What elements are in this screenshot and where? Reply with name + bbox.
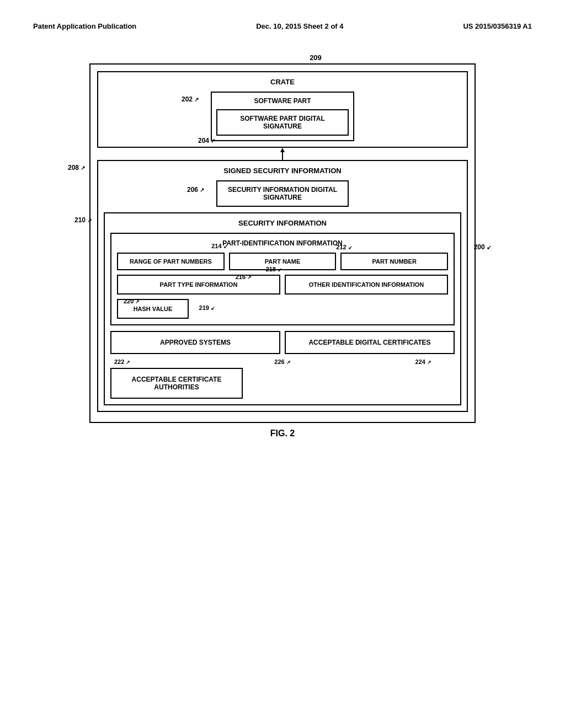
- arrow-connector: [97, 148, 468, 161]
- ref-209-label: 209: [310, 53, 322, 62]
- signed-security-info-title: SIGNED SECURITY INFORMATION: [104, 167, 461, 175]
- part-id-title: PART-IDENTIFICATION INFORMATION: [117, 239, 448, 247]
- acceptable-digital-certificates-box: 224 ↗ ACCEPTABLE DIGITAL CERTIFICATES: [285, 331, 455, 354]
- ref-226-display: 226 ↗: [274, 358, 290, 365]
- software-part-box-202: 202 ↗ SOFTWARE PART 204 ↗ SOFTWARE PART …: [211, 92, 354, 141]
- software-part-title: SOFTWARE PART: [216, 97, 349, 105]
- range-of-part-numbers-box: 214 ↙ RANGE OF PART NUMBERS: [117, 253, 225, 270]
- part-number-box: 212 ↙ PART NUMBER: [340, 253, 448, 270]
- ref-224: 224 ↗: [415, 358, 431, 365]
- header-center: Dec. 10, 2015 Sheet 2 of 4: [256, 22, 343, 30]
- page-header: Patent Application Publication Dec. 10, …: [33, 22, 532, 30]
- page: Patent Application Publication Dec. 10, …: [0, 0, 565, 728]
- part-identification-box: PART-IDENTIFICATION INFORMATION 214 ↙ RA…: [110, 233, 455, 325]
- ref-212: 212 ↙: [336, 244, 352, 250]
- ref-219: 219 ↙: [199, 304, 215, 311]
- crate-box-209: CRATE 202 ↗ SOFTWARE PART 204 ↗: [97, 71, 468, 148]
- ref-210: 210 ↗: [74, 216, 92, 224]
- approved-systems-box: 222 ↗ APPROVED SYSTEMS: [110, 331, 280, 354]
- ref-222: 222 ↗: [114, 358, 130, 365]
- header-left: Patent Application Publication: [33, 22, 136, 30]
- ref-202: 202 ↗: [182, 95, 199, 103]
- ref-208: 208 ↗: [68, 164, 85, 172]
- security-information-box-210: 210 ↗ SECURITY INFORMATION PART-IDENTIFI…: [104, 212, 461, 405]
- crate-title: CRATE: [104, 78, 461, 86]
- bottom-info-row: 222 ↗ APPROVED SYSTEMS 224 ↗ ACCEPTABL: [110, 331, 455, 354]
- part-id-row-2: 218 ↙ 220 ↗ PART TYPE INFORMATION: [117, 275, 448, 295]
- ref-214: 214 ↙: [211, 243, 227, 249]
- other-identification-info-box: OTHER IDENTIFICATION INFORMATION: [285, 275, 448, 295]
- hash-value-box: 219 ↙ HASH VALUE: [117, 299, 189, 319]
- security-info-digital-signature-box-206: 206 ↗ SECURITY INFORMATION DIGITAL SIGNA…: [216, 180, 349, 207]
- ref-204: 204 ↗: [198, 137, 215, 144]
- main-diagram: 209 200 ↙ CRATE 202 ↗: [89, 52, 476, 438]
- acceptable-certificate-authorities-box: ACCEPTABLE CERTIFICATE AUTHORITIES: [110, 368, 243, 399]
- svg-marker-1: [280, 148, 285, 152]
- ref-206: 206 ↗: [187, 186, 204, 194]
- part-type-info-box: 218 ↙ 220 ↗ PART TYPE INFORMATION: [117, 275, 280, 295]
- ref-218: 218 ↙: [266, 266, 282, 272]
- signed-security-info-box-208: 208 ↗ SIGNED SECURITY INFORMATION 206 ↗ …: [97, 160, 468, 412]
- security-information-title: SECURITY INFORMATION: [110, 219, 455, 227]
- ref-labels-row: 226 ↗: [110, 358, 455, 365]
- outer-container-200: 200 ↙ CRATE 202 ↗ SOFTWARE PART: [89, 63, 476, 423]
- fig-label: FIG. 2: [89, 429, 476, 438]
- software-part-digital-signature-box-204: 204 ↗ SOFTWARE PART DIGITAL SIGNATURE: [216, 109, 349, 136]
- part-name-box: 216 ↗ PART NAME: [229, 253, 337, 270]
- header-right: US 2015/0356319 A1: [463, 22, 532, 30]
- part-id-row-1: 214 ↙ RANGE OF PART NUMBERS 216 ↗: [117, 253, 448, 270]
- ref-200-label: 200 ↙: [474, 243, 491, 251]
- part-id-row-3: 219 ↙ HASH VALUE: [117, 299, 448, 319]
